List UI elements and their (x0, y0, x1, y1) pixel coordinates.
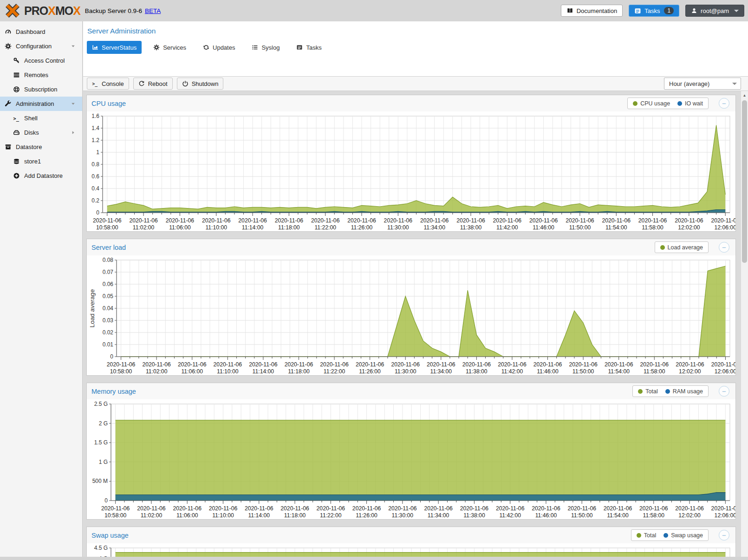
chart-canvas[interactable]: 00.20.40.60.811.21.41.62020-11-0610:58:0… (87, 111, 735, 231)
tasks-label: Tasks (644, 7, 660, 14)
caret-down-icon (734, 10, 739, 12)
sidebar-item-shell[interactable]: >_Shell (0, 111, 82, 125)
timeframe-value: Hour (average) (669, 80, 709, 87)
legend-item[interactable]: CPU usage (633, 100, 670, 107)
svg-text:2 G: 2 G (99, 420, 108, 427)
scrollbar-thumb[interactable] (742, 100, 747, 263)
console-button[interactable]: >_Console (87, 78, 129, 90)
svg-text:2020-11-06: 2020-11-06 (275, 217, 304, 224)
svg-text:1.6: 1.6 (91, 113, 99, 119)
documentation-button[interactable]: Documentation (561, 5, 623, 17)
tab-updates[interactable]: Updates (198, 41, 240, 54)
svg-text:11:50:00: 11:50:00 (569, 224, 591, 231)
svg-text:2020-11-06: 2020-11-06 (238, 217, 267, 224)
svg-text:2020-11-06: 2020-11-06 (420, 217, 449, 224)
sidebar-item-dashboard[interactable]: Dashboard (0, 25, 82, 39)
svg-text:11:26:00: 11:26:00 (356, 512, 377, 519)
collapse-panel-button[interactable]: − (719, 530, 729, 540)
tasks-button[interactable]: Tasks 1 (629, 5, 679, 17)
sidebar-item-label: Remotes (24, 72, 48, 78)
svg-text:0.6: 0.6 (91, 173, 99, 180)
wrench-icon (5, 100, 12, 107)
timeframe-select[interactable]: Hour (average) (664, 78, 741, 90)
svg-text:11:34:00: 11:34:00 (423, 224, 445, 231)
scrollbar-up-arrow[interactable]: ▲ (741, 92, 748, 99)
vertical-scrollbar[interactable]: ▲ ▼ (741, 91, 748, 560)
main-area: Server Administration ServerStatusServic… (83, 21, 748, 557)
svg-text:1.4: 1.4 (91, 125, 99, 131)
terminal-icon: >_ (13, 115, 20, 122)
sidebar-item-datastore[interactable]: Datastore (0, 140, 82, 154)
sidebar-item-add-datastore[interactable]: Add Datastore (0, 169, 82, 183)
svg-text:2020-11-06: 2020-11-06 (317, 505, 345, 512)
chart-canvas[interactable]: 0500 M1 G1.5 G2 G2.5 G2020-11-0610:58:00… (87, 399, 735, 519)
collapse-panel-button[interactable]: − (719, 242, 729, 253)
legend-label: CPU usage (640, 100, 670, 107)
shutdown-button[interactable]: Shutdown (177, 78, 224, 90)
user-menu-button[interactable]: root@pam (685, 5, 744, 17)
svg-text:2020-11-06: 2020-11-06 (532, 505, 560, 512)
svg-text:11:18:00: 11:18:00 (278, 224, 300, 231)
tab-serverstatus[interactable]: ServerStatus (87, 41, 142, 54)
area-chart-icon (92, 44, 98, 51)
sidebar-item-subscription[interactable]: Subscription (0, 82, 82, 97)
legend-item[interactable]: Load average (660, 244, 703, 251)
svg-text:4.5 G: 4.5 G (94, 545, 108, 551)
tasks-count-badge: 1 (664, 7, 674, 14)
legend-item[interactable]: RAM usage (665, 388, 703, 395)
svg-text:0.2: 0.2 (91, 197, 99, 204)
collapse-panel-button[interactable]: − (719, 386, 729, 397)
memory-usage-chart[interactable]: 0500 M1 G1.5 G2 G2.5 G2020-11-0610:58:00… (87, 399, 735, 519)
collapse-panel-button[interactable]: − (719, 98, 729, 109)
svg-text:2020-11-06: 2020-11-06 (498, 361, 527, 368)
sidebar-item-configuration[interactable]: Configuration (0, 39, 82, 53)
svg-text:Load average: Load average (89, 289, 96, 328)
svg-text:11:54:00: 11:54:00 (605, 224, 627, 231)
toolbar: >_ConsoleRebootShutdown Hour (average) (83, 77, 748, 91)
legend-item[interactable]: Total (637, 532, 656, 539)
svg-text:2020-11-06: 2020-11-06 (320, 361, 349, 368)
list-icon (252, 44, 258, 51)
sidebar-item-disks[interactable]: Disks (0, 125, 82, 140)
window-bottom-edge (0, 557, 748, 560)
svg-text:2020-11-06: 2020-11-06 (602, 217, 631, 224)
panel-title: CPU usage (87, 100, 126, 107)
chevron-down-icon[interactable] (71, 101, 76, 106)
svg-text:2020-11-06: 2020-11-06 (352, 505, 381, 512)
beta-link[interactable]: BETA (145, 7, 161, 14)
svg-text:0.06: 0.06 (103, 281, 114, 287)
sidebar-item-store1[interactable]: store1 (0, 154, 82, 169)
legend-item[interactable]: Swap usage (663, 532, 703, 539)
tab-syslog[interactable]: Syslog (247, 41, 285, 54)
svg-text:2020-11-06: 2020-11-06 (107, 361, 136, 368)
chart-legend: TotalSwap usage (631, 529, 709, 541)
cpu-usage-chart[interactable]: 00.20.40.60.811.21.41.62020-11-0610:58:0… (87, 111, 735, 231)
reboot-button[interactable]: Reboot (133, 78, 173, 90)
tab-services[interactable]: Services (148, 41, 191, 54)
svg-text:2020-11-06: 2020-11-06 (424, 505, 453, 512)
chevron-down-icon[interactable] (71, 44, 76, 49)
sidebar-item-remotes[interactable]: Remotes (0, 68, 82, 82)
svg-text:11:18:00: 11:18:00 (284, 512, 306, 519)
product-name: Backup Server 0.9-6 (85, 7, 142, 14)
top-bar: PROXMOX Backup Server 0.9-6 BETA Documen… (0, 0, 748, 21)
page-head: Server Administration ServerStatusServic… (83, 21, 748, 77)
sidebar-item-access-control[interactable]: Access Control (0, 53, 82, 68)
svg-text:2020-11-06: 2020-11-06 (460, 505, 489, 512)
svg-text:500 M: 500 M (92, 478, 108, 484)
svg-text:2020-11-06: 2020-11-06 (496, 505, 525, 512)
legend-item[interactable]: IO wait (677, 100, 703, 107)
svg-text:11:58:00: 11:58:00 (642, 224, 663, 231)
chart-canvas[interactable]: 00.010.020.030.040.050.060.070.082020-11… (87, 255, 735, 375)
svg-text:11:26:00: 11:26:00 (359, 368, 381, 375)
sidebar-item-administration[interactable]: Administration (0, 97, 82, 111)
legend-item[interactable]: Total (638, 388, 657, 395)
svg-text:2020-11-06: 2020-11-06 (142, 361, 171, 368)
svg-text:12:06:00: 12:06:00 (714, 224, 735, 231)
tab-tasks[interactable]: Tasks (291, 41, 326, 54)
svg-text:2020-11-06: 2020-11-06 (711, 217, 735, 224)
chevron-right-icon[interactable] (71, 130, 76, 135)
svg-text:2020-11-06: 2020-11-06 (529, 217, 558, 224)
server-load-chart[interactable]: 00.010.020.030.040.050.060.070.082020-11… (87, 255, 735, 375)
svg-text:2020-11-06: 2020-11-06 (605, 361, 633, 368)
